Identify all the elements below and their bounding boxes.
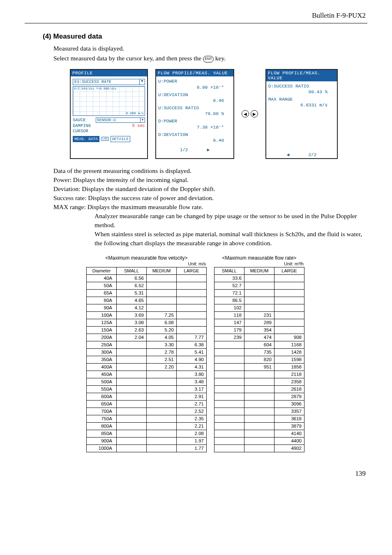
page-indicator: 1/2 — [180, 147, 188, 152]
cell-medium: 7.25 — [147, 311, 177, 319]
cell-large — [274, 297, 304, 304]
cell-medium — [244, 422, 274, 430]
success-rate-dropdown[interactable]: E3:SUCCESS RATE ▼ — [73, 79, 145, 85]
cell-medium: 3.30 — [147, 341, 177, 348]
cell-small: 2.04 — [117, 334, 147, 341]
cell-medium: 5.20 — [147, 326, 177, 334]
cell-large: 1.77 — [177, 444, 207, 452]
cell-medium — [147, 437, 177, 444]
col-large: LARGE — [177, 267, 207, 274]
max-range-label: MAX RANGE — [268, 97, 335, 102]
pager-1: 1/2 ▶ — [158, 147, 231, 152]
col-medium: MEDIUM — [244, 267, 274, 274]
chevron-down-icon: ▼ — [139, 79, 145, 85]
cell-large — [177, 297, 207, 304]
cell-large — [274, 282, 304, 289]
cell-medium — [147, 400, 177, 408]
table-row: 1000A1.77 — [87, 444, 207, 452]
cell-large: 908 — [274, 334, 304, 341]
cell-large — [274, 319, 304, 326]
lcd-panel-meas-2: FLOW PROFILE/MEAS. VALUE D:SUCCESS RATIO… — [265, 69, 338, 159]
table-row: 4140 — [214, 430, 304, 437]
table-row: 147289 — [214, 319, 304, 326]
table-row: 2618 — [214, 385, 304, 393]
cell-small — [117, 363, 147, 371]
cell-small — [214, 348, 244, 356]
d-deviation-value: 0.48 — [158, 138, 231, 143]
table-row: 3618 — [214, 415, 304, 422]
cell-large: 3879 — [274, 422, 304, 430]
indent-line: When stainless steel is selected as pipe… — [95, 230, 367, 248]
cell-small: 5.31 — [117, 289, 147, 297]
cell-small — [214, 437, 244, 444]
cell-large — [177, 311, 207, 319]
cell-diameter: 800A — [87, 422, 117, 430]
cell-medium — [244, 444, 274, 452]
table-row: 450A3.80 — [87, 371, 207, 378]
cell-medium — [244, 400, 274, 408]
cell-small — [214, 385, 244, 393]
cell-medium: 2.20 — [147, 363, 177, 371]
graph-value: 0.000 m/s — [126, 111, 144, 115]
panel-title: PROFILE — [71, 70, 147, 76]
cell-medium — [147, 444, 177, 452]
cell-large — [274, 304, 304, 311]
cell-small: 3.08 — [117, 319, 147, 326]
cell-large: 1428 — [274, 348, 304, 356]
table-row: 500A3.48 — [87, 378, 207, 385]
table-row: 33.6 — [214, 274, 304, 282]
section-number: (4) — [43, 32, 51, 40]
cell-diameter: 150A — [87, 326, 117, 334]
table-row: 4400 — [214, 437, 304, 444]
cell-small — [214, 408, 244, 415]
meas-data-button[interactable]: MEAS. DATA — [73, 136, 99, 142]
table-row: 80A4.65 — [87, 297, 207, 304]
cell-medium — [147, 304, 177, 311]
cell-medium — [244, 430, 274, 437]
rate-unit: Unit: m³/h — [214, 261, 304, 266]
descr-line: MAX range: Displays the maximum measurab… — [53, 203, 367, 212]
cell-diameter: 600A — [87, 393, 117, 400]
cell-medium: 2.51 — [147, 356, 177, 363]
table-row: 50A6.52 — [87, 282, 207, 289]
cell-large: 1168 — [274, 341, 304, 348]
table-row: 8201598 — [214, 356, 304, 363]
sensor-dropdown[interactable]: SENSOR-U ▼ — [96, 117, 145, 123]
cell-large — [177, 319, 207, 326]
cell-large: 2.91 — [177, 393, 207, 400]
cell-diameter: 40A — [87, 274, 117, 282]
cell-large — [274, 289, 304, 297]
prev-page-icon[interactable]: ◀ — [287, 152, 290, 157]
next-page-icon[interactable]: ▶ — [207, 147, 210, 152]
table-row: 200A2.044.057.77 — [87, 334, 207, 341]
table-row: 250A3.306.38 — [87, 341, 207, 348]
table-row: 3096 — [214, 400, 304, 408]
page-indicator: 2/2 — [309, 152, 317, 157]
cell-small — [117, 378, 147, 385]
nav-right-icon[interactable]: ▶ — [251, 110, 258, 117]
nav-left-icon[interactable]: ◀ — [242, 110, 249, 117]
table-row: 2879 — [214, 393, 304, 400]
cell-large: 1858 — [274, 363, 304, 371]
cell-medium — [147, 378, 177, 385]
cell-diameter: 90A — [87, 304, 117, 311]
table-row: 179354 — [214, 326, 304, 334]
description-block: Data of the present measuring conditions… — [53, 166, 367, 212]
cell-small — [117, 437, 147, 444]
cell-medium — [147, 371, 177, 378]
cell-diameter: 900A — [87, 437, 117, 444]
cell-small — [117, 430, 147, 437]
cell-small — [214, 341, 244, 348]
details-button[interactable]: DETAILS — [111, 136, 130, 142]
u-power-value: 6.99 ×10⁻⁴ — [158, 85, 231, 90]
descr-line: Deviation: Displays the standard deviati… — [53, 184, 367, 193]
cell-medium — [147, 274, 177, 282]
cell-large: 2879 — [274, 393, 304, 400]
cell-small — [117, 385, 147, 393]
doc-header: Bulletin F-9-PUX2 — [25, 12, 367, 20]
table-row: 86.5 — [214, 297, 304, 304]
cell-small: 102 — [214, 304, 244, 311]
cell-small: 147 — [214, 319, 244, 326]
table-row: 300A2.785.41 — [87, 348, 207, 356]
rate-table-block: <Maximum measurable flow rate> Unit: m³/… — [214, 255, 304, 452]
